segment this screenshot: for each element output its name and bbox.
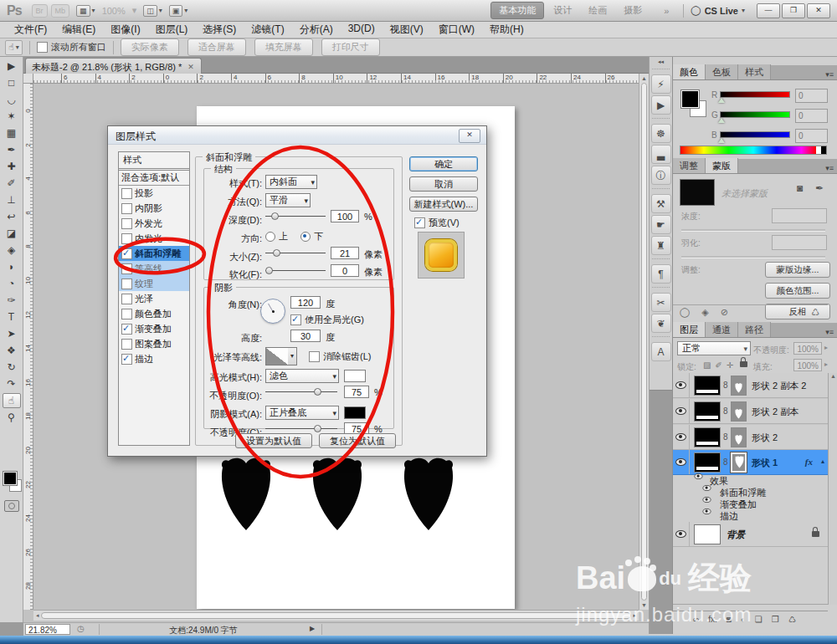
tab-close-icon[interactable]: ✕ (187, 62, 195, 72)
hand-tool[interactable]: ☝ (3, 393, 21, 408)
style-item-等高线[interactable]: 等高线 (119, 261, 189, 276)
layer-thumbnail[interactable] (694, 376, 721, 396)
color-spectrum-ramp[interactable] (680, 146, 827, 155)
scroll-right-icon[interactable]: ▸ (633, 612, 636, 619)
3d-rotate-tool[interactable]: ↻ (3, 360, 21, 375)
global-light-checkbox[interactable]: 使用全局光(G) (290, 314, 364, 326)
panel-icon-histogram[interactable]: ▃ (651, 145, 671, 164)
fill-arrow-icon[interactable]: ▸ (824, 360, 828, 368)
dialog-close-button[interactable]: ✕ (459, 129, 480, 143)
vector-mask-thumbnail[interactable] (731, 376, 747, 396)
menu-选择(S)[interactable]: 选择(S) (195, 21, 244, 38)
technique-select[interactable]: 平滑 (265, 193, 311, 207)
pixel-mask-icon[interactable]: ◙ (797, 182, 803, 194)
layer-style-icon[interactable]: fx. (708, 615, 717, 624)
crop-tool[interactable]: ▦ (3, 125, 21, 141)
channel-gradient-slider[interactable] (720, 91, 790, 98)
arrange-documents-icon[interactable]: ▦▾ (76, 5, 95, 17)
style-checkbox[interactable] (121, 263, 132, 274)
style-checkbox[interactable] (121, 354, 132, 365)
style-checkbox[interactable] (121, 233, 132, 244)
style-item-外发光[interactable]: 外发光 (119, 216, 189, 231)
layers-scrollbar[interactable]: ▲ (828, 373, 837, 605)
zoom-indicator[interactable]: 100% (102, 6, 126, 16)
panel-menu-icon[interactable]: ▾≡ (821, 163, 837, 173)
layer-thumbnail[interactable] (694, 401, 721, 422)
visibility-toggle[interactable] (673, 425, 690, 449)
mask-button-蒙版边缘...[interactable]: 蒙版边缘... (765, 262, 830, 278)
effect-row-描边[interactable]: 描边 (673, 510, 828, 522)
menu-编辑(E)[interactable]: 编辑(E) (54, 21, 103, 38)
scroll-all-windows-checkbox[interactable] (37, 42, 48, 53)
contour-dropdown-icon[interactable]: ▾ (288, 347, 297, 365)
document-tab[interactable]: 未标题-2 @ 21.8% (形状 1, RGB/8) * ✕ (25, 58, 202, 74)
gloss-contour-thumbnail[interactable] (265, 347, 289, 365)
horizontal-scrollbar[interactable]: ◂ ▸ (33, 610, 639, 621)
opacity-arrow-icon[interactable]: ▸ (824, 344, 828, 351)
lock-all-icon[interactable] (740, 361, 747, 367)
panel-menu-icon[interactable]: ▾≡ (821, 69, 837, 79)
lock-paint-icon[interactable]: ✐ (715, 360, 721, 370)
visibility-toggle[interactable] (673, 450, 690, 474)
style-checkbox[interactable] (121, 203, 132, 214)
workspace-基本功能[interactable]: 基本功能 (490, 2, 544, 19)
angle-dial[interactable] (260, 299, 285, 324)
altitude-field[interactable]: 30 (290, 330, 321, 342)
tab-路径[interactable]: 路径 (738, 322, 771, 337)
mask-button-颜色范围...[interactable]: 颜色范围... (765, 283, 830, 299)
delete-layer-icon[interactable]: ♺ (788, 615, 796, 624)
dodge-tool[interactable]: ◔ (3, 276, 21, 291)
direction-down-radio[interactable]: 下 (300, 230, 323, 243)
effect-row-渐变叠加[interactable]: 渐变叠加 (673, 498, 828, 510)
minimize-button[interactable]: — (757, 3, 780, 18)
move-tool[interactable]: ▶ (3, 59, 21, 74)
panel-icon-character[interactable]: A (651, 342, 671, 361)
scroll-up-icon[interactable]: ▲ (641, 75, 647, 81)
3d-orbit-tool[interactable]: ↷ (3, 376, 21, 391)
style-item-斜面和浮雕[interactable]: 斜面和浮雕 (119, 246, 189, 261)
link-layers-icon[interactable]: ∞ (693, 615, 699, 624)
option-button-打印尺寸[interactable]: 打印尺寸 (321, 38, 380, 56)
depth-field[interactable]: 100 (331, 210, 359, 222)
panel-menu-icon[interactable]: ▾≡ (821, 327, 837, 337)
menu-3D(D)[interactable]: 3D(D) (341, 21, 383, 38)
adjustment-layer-icon[interactable]: ◐ (741, 615, 746, 624)
panel-icon-notes[interactable]: ❦ (651, 314, 671, 333)
type-tool[interactable]: T (3, 309, 21, 325)
style-checkbox[interactable] (121, 218, 132, 229)
bevel-style-select[interactable]: 内斜面 (265, 175, 317, 189)
expand-panels-icon[interactable]: ◂◂ (650, 57, 672, 65)
scrollbar-thumb[interactable] (641, 83, 647, 601)
marquee-tool[interactable]: □ (3, 75, 21, 90)
set-default-button[interactable]: 设置为默认值 (235, 433, 312, 448)
tab-样式[interactable]: 样式 (738, 64, 771, 79)
layer-thumbnail[interactable] (694, 452, 721, 473)
lock-transparent-icon[interactable]: ▨ (703, 360, 711, 370)
screen-layout-icon[interactable]: ◫▾ (143, 5, 162, 17)
panel-icon-tool-presets[interactable]: ☛ (651, 215, 671, 234)
panel-icon-brushes[interactable]: ⚒ (651, 194, 671, 213)
clone-stamp-tool[interactable]: ⊥ (3, 192, 21, 207)
eraser-tool[interactable]: ◪ (3, 226, 21, 241)
add-mask-icon[interactable]: ◙ (727, 615, 732, 624)
vector-mask-thumbnail[interactable] (731, 401, 747, 422)
layer-row-形状 2 副本[interactable]: 8形状 2 副本 (673, 399, 828, 424)
app-button-Br[interactable]: Br (32, 4, 48, 18)
style-checkbox[interactable] (121, 324, 132, 335)
zoom-percent-field[interactable]: 21.82% (25, 624, 70, 635)
style-checkbox[interactable] (121, 309, 132, 319)
custom-shape-tool[interactable]: ❖ (3, 343, 21, 358)
new-style-button[interactable]: 新建样式(W)... (409, 197, 478, 212)
menu-图像(I)[interactable]: 图像(I) (103, 21, 147, 38)
layer-row-background[interactable]: 背景 (673, 522, 828, 547)
opacity-field[interactable]: 100% (793, 342, 822, 355)
scroll-down-icon[interactable]: ▼ (641, 602, 647, 608)
style-item-混合选项:默认[interactable]: 混合选项:默认 (119, 171, 189, 186)
channel-gradient-slider[interactable] (720, 131, 790, 138)
menu-图层(L)[interactable]: 图层(L) (148, 21, 196, 38)
tab-图层[interactable]: 图层 (673, 322, 706, 337)
screen-mode-icon[interactable]: ▣▾ (169, 5, 188, 17)
style-checkbox[interactable] (121, 188, 132, 199)
delete-mask-icon[interactable]: ♺ (811, 307, 819, 318)
panel-icon-navigator[interactable]: ☸ (651, 124, 671, 143)
